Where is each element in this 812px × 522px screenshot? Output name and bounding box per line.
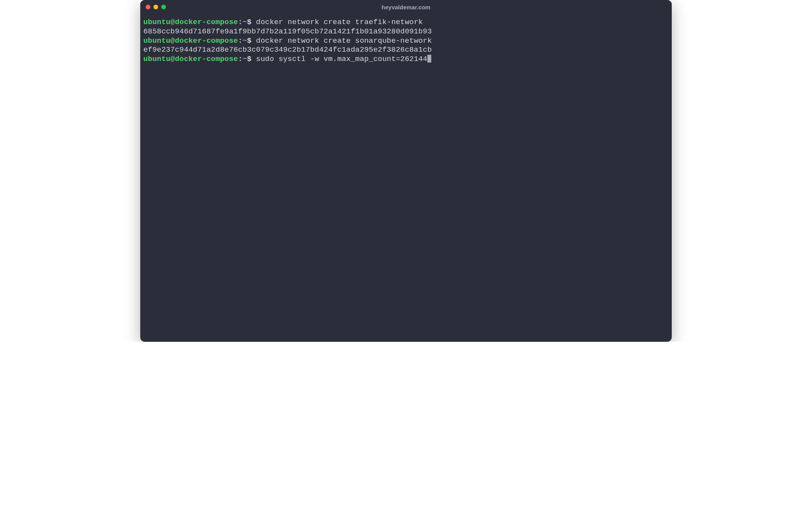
prompt-symbol: $ [247, 37, 252, 45]
minimize-icon[interactable] [153, 5, 158, 9]
prompt-user-host: ubuntu@docker-compose [143, 18, 238, 26]
prompt-cwd: ~ [242, 55, 247, 63]
traffic-lights [146, 5, 166, 9]
command-text: docker network create traefik-network [256, 18, 423, 26]
command-text [251, 37, 256, 45]
terminal-line: ubuntu@docker-compose:~$ docker network … [143, 37, 669, 46]
command-text [251, 18, 256, 26]
cursor-icon [427, 55, 431, 63]
terminal-body[interactable]: ubuntu@docker-compose:~$ docker network … [140, 14, 672, 342]
prompt-cwd: ~ [242, 37, 247, 45]
prompt-user-host: ubuntu@docker-compose [143, 37, 238, 45]
command-text: docker network create sonarqube-network [256, 37, 432, 45]
terminal-line: ubuntu@docker-compose:~$ docker network … [143, 18, 669, 27]
prompt-symbol: $ [247, 55, 252, 63]
prompt-separator: : [238, 18, 243, 26]
command-text: sudo sysctl -w vm.max_map_count=262144 [256, 55, 427, 63]
maximize-icon[interactable] [161, 5, 166, 9]
titlebar: heyvaldemar.com [140, 0, 672, 14]
window-title: heyvaldemar.com [382, 4, 430, 10]
terminal-output: 6858ccb946d71687fe9a1f9bb7d7b2a119f05cb7… [143, 27, 669, 37]
command-text [251, 55, 256, 63]
prompt-symbol: $ [247, 18, 252, 26]
terminal-window: heyvaldemar.com ubuntu@docker-compose:~$… [140, 0, 672, 342]
prompt-user-host: ubuntu@docker-compose [143, 55, 238, 63]
terminal-line: ubuntu@docker-compose:~$ sudo sysctl -w … [143, 55, 669, 64]
terminal-output: ef9e237c944d71a2d8e76cb3c079c349c2b17bd4… [143, 45, 669, 55]
prompt-separator: : [238, 55, 243, 63]
prompt-separator: : [238, 37, 243, 45]
close-icon[interactable] [146, 5, 150, 9]
prompt-cwd: ~ [242, 18, 247, 26]
